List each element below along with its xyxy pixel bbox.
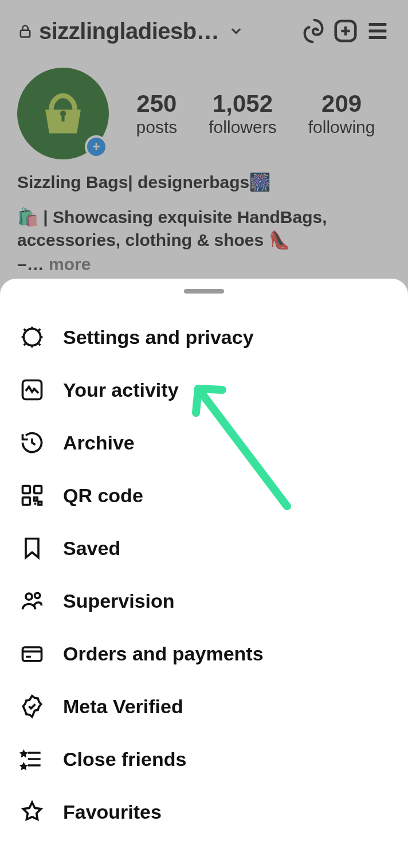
svg-rect-10 <box>23 647 42 661</box>
menu-label: QR code <box>63 484 143 507</box>
menu-item-supervision[interactable]: Supervision <box>0 574 408 627</box>
bio-dash: –… <box>17 255 44 273</box>
top-bar: sizzlingladiesb… <box>17 14 391 48</box>
menu-item-close-friends[interactable]: Close friends <box>0 733 408 785</box>
svg-point-8 <box>26 593 32 600</box>
star-icon <box>19 799 45 824</box>
username[interactable]: sizzlingladiesb… <box>39 18 219 44</box>
menu-item-verified[interactable]: Meta Verified <box>0 680 408 733</box>
menu-item-favourites[interactable]: Favourites <box>0 785 408 838</box>
create-post-button[interactable] <box>332 18 359 44</box>
menu-item-archive[interactable]: Archive <box>0 416 408 469</box>
menu-item-activity[interactable]: Your activity <box>0 363 408 416</box>
settings-icon <box>19 324 45 350</box>
archive-icon <box>19 430 45 455</box>
menu-item-settings[interactable]: Settings and privacy <box>0 311 408 363</box>
profile-screen: sizzlingladiesb… + <box>0 0 408 297</box>
more-label: more <box>44 255 91 273</box>
svg-rect-0 <box>21 30 30 37</box>
chevron-down-icon[interactable] <box>228 23 244 39</box>
svg-point-3 <box>23 329 40 345</box>
verified-icon <box>19 694 45 719</box>
plus-icon: + <box>92 139 100 155</box>
add-story-badge[interactable]: + <box>85 135 108 158</box>
menu-label: Orders and payments <box>63 643 264 665</box>
posts-stat[interactable]: 250 posts <box>136 90 178 137</box>
menu-label: Saved <box>63 537 120 560</box>
svg-rect-7 <box>23 498 30 505</box>
followers-stat[interactable]: 1,052 followers <box>209 90 276 137</box>
card-icon <box>19 641 45 666</box>
avatar-wrap[interactable]: + <box>17 68 109 159</box>
bio-description: 🛍️ | Showcasing exquisite HandBags, acce… <box>17 206 391 252</box>
following-label: following <box>308 118 375 137</box>
menu-label: Close friends <box>63 748 186 771</box>
lock-icon <box>17 23 33 39</box>
svg-rect-5 <box>23 486 30 494</box>
menu-item-qr[interactable]: QR code <box>0 469 408 522</box>
menu-list: Settings and privacy Your activity Archi… <box>0 311 408 838</box>
menu-label: Archive <box>63 432 135 454</box>
followers-count: 1,052 <box>209 90 276 118</box>
menu-label: Favourites <box>63 801 162 823</box>
threads-icon[interactable] <box>300 18 327 44</box>
qr-icon <box>19 483 45 508</box>
supervision-icon <box>19 588 45 613</box>
bookmark-icon <box>19 535 45 561</box>
svg-rect-6 <box>34 486 42 494</box>
activity-icon <box>19 377 45 402</box>
menu-label: Settings and privacy <box>63 326 254 349</box>
following-stat[interactable]: 209 following <box>308 90 375 137</box>
close-friends-icon <box>19 746 45 772</box>
following-count: 209 <box>308 90 375 118</box>
bio-title: Sizzling Bags| designerbags🎆 <box>17 171 391 194</box>
menu-item-orders[interactable]: Orders and payments <box>0 627 408 680</box>
profile-stats-row: + 250 posts 1,052 followers 209 followin… <box>17 68 391 159</box>
menu-label: Meta Verified <box>63 695 183 718</box>
menu-item-saved[interactable]: Saved <box>0 522 408 574</box>
followers-label: followers <box>209 118 276 137</box>
hamburger-menu-icon[interactable] <box>364 18 391 44</box>
posts-count: 250 <box>136 90 178 118</box>
bottom-sheet: Settings and privacy Your activity Archi… <box>0 279 408 868</box>
menu-label: Supervision <box>63 590 175 612</box>
svg-point-9 <box>35 593 40 598</box>
posts-label: posts <box>136 118 178 137</box>
bio-more[interactable]: –… more <box>17 255 391 274</box>
menu-label: Your activity <box>63 379 179 401</box>
sheet-grab-handle[interactable] <box>184 289 224 294</box>
